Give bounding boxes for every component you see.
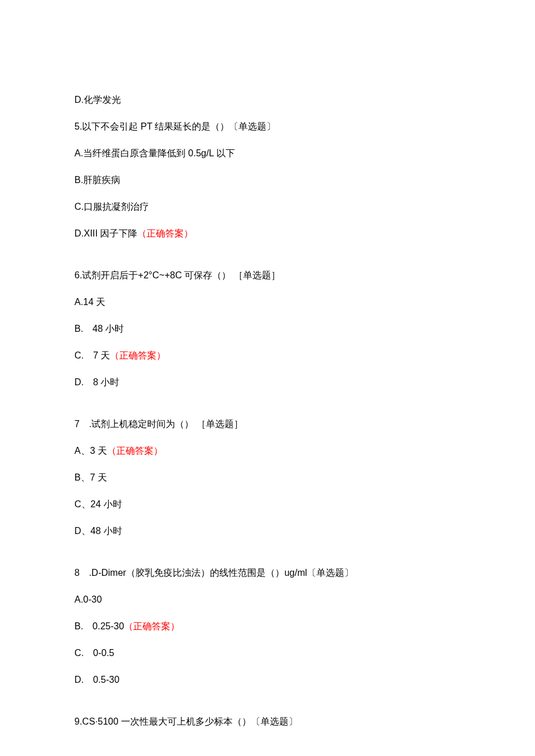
q7-option-a: A、3 天（正确答案） xyxy=(74,444,461,458)
correct-answer-label: （正确答案） xyxy=(137,228,193,238)
q7-option-b: B、7 天 xyxy=(74,471,461,485)
q7-option-c: C、24 小时 xyxy=(74,497,461,511)
q8-option-d: D. 0.5-30 xyxy=(74,673,461,687)
q5-option-d-text: D.XIII 因子下降 xyxy=(74,228,137,238)
q8-option-c: C. 0-0.5 xyxy=(74,646,461,660)
correct-answer-label: （正确答案） xyxy=(110,350,166,360)
q7-option-a-text: A、3 天 xyxy=(74,446,107,456)
q7-stem: 7 .试剂上机稳定时间为（） ［单选题］ xyxy=(74,417,461,431)
q8-option-b: B. 0.25-30（正确答案） xyxy=(74,619,461,633)
q5-option-a: A.当纤维蛋白原含量降低到 0.5g/L 以下 xyxy=(74,146,461,160)
q8-option-b-text: B. 0.25-30 xyxy=(74,621,124,631)
q5-option-c: C.口服抗凝剂治疗 xyxy=(74,200,461,214)
q5-stem: 5.以下不会引起 PT 结果延长的是（）〔单选题〕 xyxy=(74,120,461,134)
q4-option-d: D.化学发光 xyxy=(74,93,461,107)
q5-option-d: D.XIII 因子下降（正确答案） xyxy=(74,227,461,241)
document-page: D.化学发光 5.以下不会引起 PT 结果延长的是（）〔单选题〕 A.当纤维蛋白… xyxy=(0,0,535,756)
q6-option-c-text: C. 7 天 xyxy=(74,350,110,360)
correct-answer-label: （正确答案） xyxy=(124,621,180,631)
q6-option-c: C. 7 天（正确答案） xyxy=(74,349,461,363)
q8-option-a: A.0-30 xyxy=(74,593,461,607)
q9-stem: 9.CS·5100 一次性最大可上机多少标本（）〔单选题〕 xyxy=(74,715,461,729)
q6-option-d: D. 8 小时 xyxy=(74,375,461,389)
q5-option-b: B.肝脏疾病 xyxy=(74,173,461,187)
q6-stem: 6.试剂开启后于+2°C~+8C 可保存（） ［单选题］ xyxy=(74,268,461,282)
correct-answer-label: （正确答案） xyxy=(107,446,163,456)
q7-option-d: D、48 小时 xyxy=(74,524,461,538)
q8-stem: 8 .D-Dimer（胶乳免疫比浊法）的线性范围是（）ug/ml〔单选题〕 xyxy=(74,566,461,580)
q6-option-a: A.14 天 xyxy=(74,295,461,309)
q6-option-b: B. 48 小时 xyxy=(74,322,461,336)
